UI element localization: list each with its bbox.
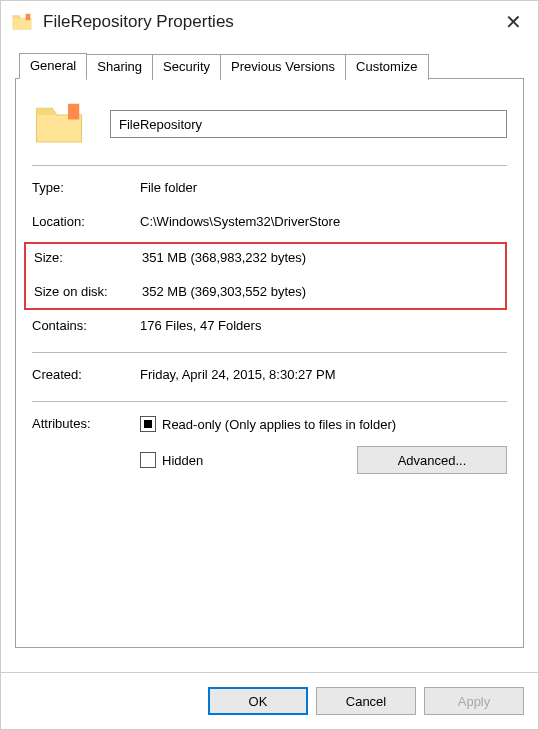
location-value: C:\Windows\System32\DriverStore [140, 214, 507, 232]
folder-name-input[interactable] [110, 110, 507, 138]
divider [32, 165, 507, 166]
created-value: Friday, April 24, 2015, 8:30:27 PM [140, 367, 507, 385]
size-on-disk-value: 352 MB (369,303,552 bytes) [142, 284, 497, 302]
tab-sharing[interactable]: Sharing [86, 54, 153, 80]
apply-button[interactable]: Apply [424, 687, 524, 715]
advanced-button[interactable]: Advanced... [357, 446, 507, 474]
size-label: Size: [34, 250, 142, 268]
svg-rect-0 [26, 14, 31, 20]
hidden-checkbox[interactable] [140, 452, 156, 468]
divider [32, 401, 507, 402]
folder-icon [11, 11, 33, 33]
size-on-disk-label: Size on disk: [34, 284, 142, 302]
dialog-footer: OK Cancel Apply [1, 672, 538, 729]
close-icon[interactable]: ✕ [498, 12, 528, 32]
titlebar: FileRepository Properties ✕ [1, 1, 538, 43]
size-highlight-box: Size: 351 MB (368,983,232 bytes) Size on… [24, 242, 507, 310]
folder-large-icon [32, 97, 86, 151]
type-value: File folder [140, 180, 507, 198]
tab-general[interactable]: General [19, 53, 87, 79]
window-title: FileRepository Properties [43, 12, 498, 32]
general-panel: Type: File folder Location: C:\Windows\S… [15, 78, 524, 648]
attributes-label: Attributes: [32, 416, 140, 431]
type-label: Type: [32, 180, 140, 198]
svg-rect-1 [68, 104, 79, 120]
readonly-label: Read-only (Only applies to files in fold… [162, 417, 396, 432]
contains-label: Contains: [32, 318, 140, 336]
contains-value: 176 Files, 47 Folders [140, 318, 507, 336]
tab-customize[interactable]: Customize [345, 54, 428, 80]
tab-strip: General Sharing Security Previous Versio… [19, 53, 524, 79]
divider [32, 352, 507, 353]
ok-button[interactable]: OK [208, 687, 308, 715]
readonly-checkbox[interactable] [140, 416, 156, 432]
created-label: Created: [32, 367, 140, 385]
tab-security[interactable]: Security [152, 54, 221, 80]
size-value: 351 MB (368,983,232 bytes) [142, 250, 497, 268]
tab-previous-versions[interactable]: Previous Versions [220, 54, 346, 80]
cancel-button[interactable]: Cancel [316, 687, 416, 715]
hidden-label: Hidden [162, 453, 203, 468]
location-label: Location: [32, 214, 140, 232]
